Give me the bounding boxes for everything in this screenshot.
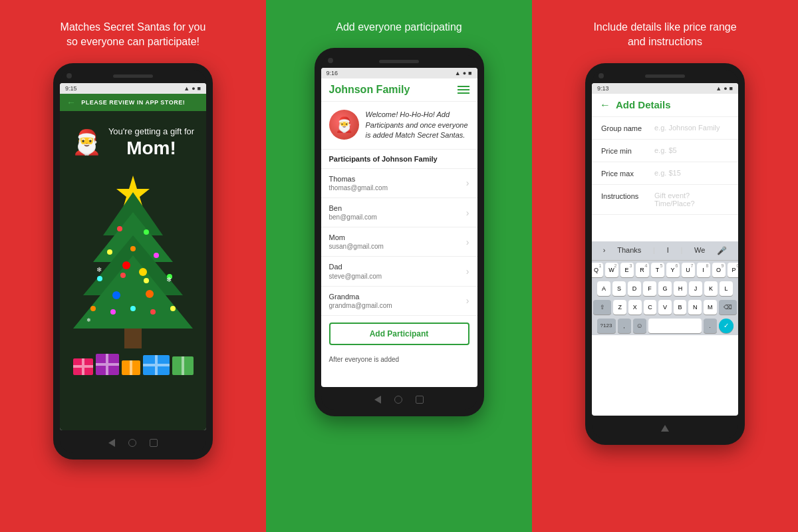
key-G[interactable]: G	[658, 281, 672, 296]
svg-point-16	[110, 309, 116, 315]
svg-point-10	[154, 253, 159, 258]
key-Z[interactable]: Z	[613, 300, 626, 315]
svg-point-21	[139, 268, 147, 276]
key-C[interactable]: C	[644, 300, 657, 315]
form-field-instructions[interactable]: Instructions Gift event? Time/Place?	[592, 185, 738, 215]
phone-right: 9:13 ▲●■ ← Add Details Group name e.g. J…	[585, 63, 745, 445]
key-V[interactable]: V	[658, 300, 672, 315]
keyboard-row-4: ?123 , ☺ . ✓	[592, 317, 738, 335]
chevron-1: ›	[466, 207, 469, 218]
key-space[interactable]	[648, 319, 702, 333]
key-M[interactable]: M	[704, 300, 717, 315]
key-O[interactable]: O9	[712, 263, 726, 277]
key-U[interactable]: U7	[682, 263, 695, 277]
add-participant-button[interactable]: Add Participant	[329, 323, 469, 345]
santa-avatar: 🎅	[329, 110, 359, 140]
participant-name-0: Thomas	[329, 174, 388, 184]
review-text: PLEASE REVIEW IN APP STORE!	[81, 99, 185, 106]
status-time: 9:15	[65, 85, 77, 92]
key-period[interactable]: .	[704, 319, 717, 333]
key-R[interactable]: R4	[636, 263, 649, 277]
key-E[interactable]: E3	[620, 263, 634, 277]
recents-nav-btn-mid[interactable]	[416, 396, 424, 404]
phone-notch-middle	[321, 55, 477, 68]
key-D[interactable]: D	[628, 281, 641, 296]
back-nav-btn-mid[interactable]	[374, 396, 381, 404]
key-123[interactable]: ?123	[597, 319, 616, 333]
key-B[interactable]: B	[674, 300, 687, 315]
participant-row-3[interactable]: Dad steve@gmail.com ›	[321, 257, 477, 286]
key-L[interactable]: L	[720, 281, 733, 296]
key-Y[interactable]: Y6	[666, 263, 680, 277]
key-N[interactable]: N	[688, 300, 702, 315]
key-X[interactable]: X	[628, 300, 642, 315]
key-K[interactable]: K	[704, 281, 718, 296]
participant-email-1: ben@gmail.com	[329, 213, 377, 221]
key-T[interactable]: T5	[651, 263, 664, 277]
participant-name-1: Ben	[329, 203, 377, 213]
svg-point-9	[130, 246, 136, 251]
participant-name-2: Mom	[329, 233, 384, 242]
svg-point-23	[146, 290, 154, 298]
back-arrow-icon[interactable]: ←	[66, 97, 76, 108]
phone-notch	[60, 70, 206, 83]
key-A[interactable]: A	[597, 281, 610, 296]
key-comma[interactable]: ,	[618, 319, 631, 333]
suggest-1[interactable]: I	[663, 245, 673, 257]
panel-middle: Add everyone participating 9:16 ▲●■ John…	[266, 0, 532, 532]
gift-name: Mom!	[108, 138, 194, 159]
participant-row-0[interactable]: Thomas thomas@gmail.com ›	[321, 169, 477, 198]
back-arrow-right[interactable]: ←	[600, 99, 610, 111]
participant-row-1[interactable]: Ben ben@gmail.com ›	[321, 198, 477, 227]
back-nav-btn[interactable]	[108, 439, 115, 447]
participant-email-2: susan@gmail.com	[329, 242, 384, 251]
status-time-middle: 9:16	[327, 70, 338, 76]
key-J[interactable]: J	[689, 281, 702, 296]
left-tagline: Matches Secret Santas for youso everyone…	[41, 20, 226, 50]
back-nav-btn-right[interactable]	[661, 425, 669, 432]
form-field-price-max[interactable]: Price max e.g. $15	[592, 162, 738, 185]
chevron-2: ›	[466, 237, 469, 247]
field-label-0: Group name	[601, 124, 648, 132]
page-title-right: Add Details	[616, 99, 671, 110]
suggest-0[interactable]: Thanks	[613, 245, 645, 257]
status-icons: ▲ ● ■	[184, 85, 201, 92]
status-bar-right: 9:13 ▲●■	[592, 83, 738, 94]
svg-rect-5	[124, 329, 142, 348]
review-banner[interactable]: ← PLEASE REVIEW IN APP STORE!	[60, 94, 206, 111]
svg-text:❄: ❄	[96, 266, 102, 273]
field-label-3: Instructions	[601, 192, 648, 200]
field-hint-2: e.g. $15	[654, 169, 729, 177]
svg-point-12	[120, 273, 126, 278]
svg-point-7	[144, 229, 149, 235]
gift-message: 🎅 You're getting a gift for Mom!	[60, 111, 206, 162]
field-hint-0: e.g. Johnson Family	[654, 124, 729, 132]
key-S[interactable]: S	[612, 281, 626, 296]
mic-icon[interactable]: 🎤	[713, 245, 731, 257]
phone-speaker-middle	[379, 60, 419, 63]
right-toolbar: ← Add Details	[592, 94, 738, 117]
key-P[interactable]: P0	[728, 263, 739, 277]
key-H[interactable]: H	[674, 281, 687, 296]
chevron-4: ›	[466, 295, 469, 306]
key-I[interactable]: I8	[697, 263, 710, 277]
key-shift[interactable]: ⇧	[593, 300, 611, 315]
key-Q[interactable]: Q1	[592, 263, 603, 277]
home-nav-btn[interactable]	[128, 439, 136, 447]
key-emoji[interactable]: ☺	[633, 319, 646, 333]
suggest-2[interactable]: We	[690, 245, 709, 257]
phone-camera-middle	[328, 58, 333, 63]
home-nav-btn-mid[interactable]	[394, 396, 402, 404]
recents-nav-btn[interactable]	[150, 439, 158, 447]
hamburger-menu[interactable]	[458, 86, 469, 94]
key-backspace[interactable]: ⌫	[719, 300, 737, 315]
form-field-price-min[interactable]: Price min e.g. $5	[592, 140, 738, 162]
key-F[interactable]: F	[643, 281, 656, 296]
form-field-group-name[interactable]: Group name e.g. Johnson Family	[592, 117, 738, 140]
participant-row-4[interactable]: Grandma grandma@gmail.com ›	[321, 287, 477, 316]
key-send[interactable]: ✓	[719, 319, 733, 333]
participant-row-2[interactable]: Mom susan@gmail.com ›	[321, 227, 477, 257]
status-time-right: 9:13	[597, 85, 609, 92]
christmas-tree: ❄ ❄ ❄	[60, 162, 206, 375]
key-W[interactable]: W2	[605, 263, 618, 277]
